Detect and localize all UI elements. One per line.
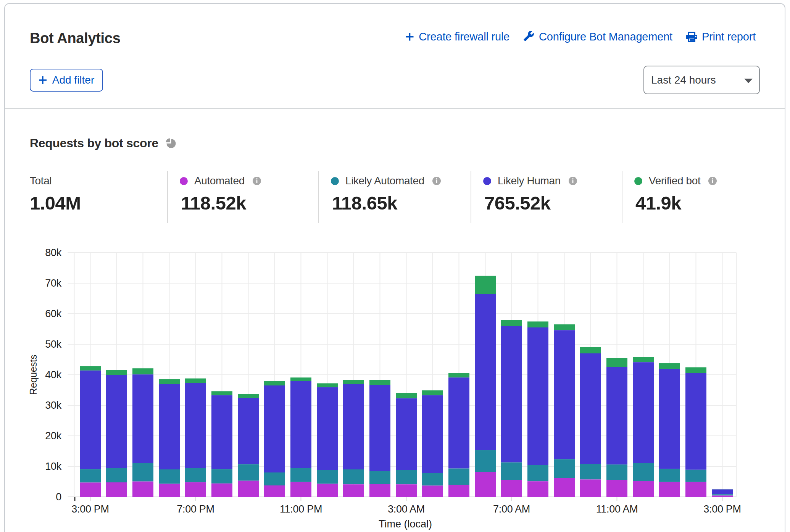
svg-text:30k: 30k — [45, 400, 61, 411]
svg-text:7:00 AM: 7:00 AM — [493, 503, 530, 515]
svg-text:3:00 AM: 3:00 AM — [388, 503, 425, 515]
svg-text:3:00 PM: 3:00 PM — [71, 503, 109, 515]
svg-text:10k: 10k — [45, 461, 61, 472]
svg-text:0: 0 — [56, 491, 61, 503]
svg-text:7:00 PM: 7:00 PM — [177, 503, 214, 515]
svg-text:11:00 PM: 11:00 PM — [280, 503, 322, 515]
svg-text:Requests: Requests — [28, 355, 39, 395]
svg-text:40k: 40k — [45, 369, 61, 380]
svg-text:Time (local): Time (local) — [379, 518, 432, 530]
svg-text:50k: 50k — [45, 339, 61, 350]
svg-text:70k: 70k — [45, 277, 61, 289]
svg-text:80k: 80k — [45, 247, 61, 258]
svg-text:20k: 20k — [45, 430, 61, 442]
svg-text:11:00 AM: 11:00 AM — [596, 503, 638, 515]
svg-text:60k: 60k — [45, 308, 61, 319]
svg-text:3:00 PM: 3:00 PM — [703, 503, 741, 515]
